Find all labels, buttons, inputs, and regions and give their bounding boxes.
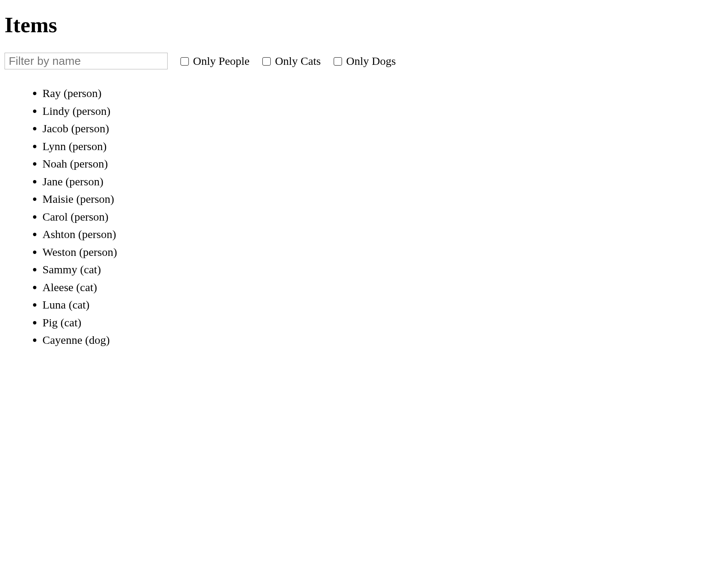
only-dogs-checkbox[interactable] <box>334 57 342 66</box>
filter-row: Only People Only Cats Only Dogs <box>5 53 723 69</box>
list-item: Aleese (cat) <box>42 279 723 296</box>
list-item: Carol (person) <box>42 208 723 226</box>
filter-name-input[interactable] <box>5 53 168 69</box>
only-cats-checkbox[interactable] <box>262 57 271 66</box>
only-people-text: Only People <box>193 55 249 67</box>
list-item: Jane (person) <box>42 173 723 191</box>
list-item: Lynn (person) <box>42 138 723 155</box>
page-title: Items <box>5 12 723 38</box>
list-item: Cayenne (dog) <box>42 331 723 349</box>
list-item: Pig (cat) <box>42 314 723 332</box>
list-item: Weston (person) <box>42 243 723 261</box>
only-people-label[interactable]: Only People <box>179 55 249 67</box>
only-cats-text: Only Cats <box>275 55 321 67</box>
only-dogs-text: Only Dogs <box>346 55 396 67</box>
list-item: Jacob (person) <box>42 120 723 138</box>
list-item: Noah (person) <box>42 155 723 173</box>
only-dogs-label[interactable]: Only Dogs <box>332 55 396 67</box>
list-item: Ashton (person) <box>42 226 723 243</box>
only-cats-label[interactable]: Only Cats <box>261 55 321 67</box>
list-item: Luna (cat) <box>42 296 723 314</box>
list-item: Sammy (cat) <box>42 261 723 279</box>
list-item: Lindy (person) <box>42 102 723 120</box>
list-item: Maisie (person) <box>42 190 723 208</box>
list-item: Ray (person) <box>42 85 723 102</box>
only-people-checkbox[interactable] <box>180 57 189 66</box>
items-list: Ray (person)Lindy (person)Jacob (person)… <box>5 85 723 349</box>
